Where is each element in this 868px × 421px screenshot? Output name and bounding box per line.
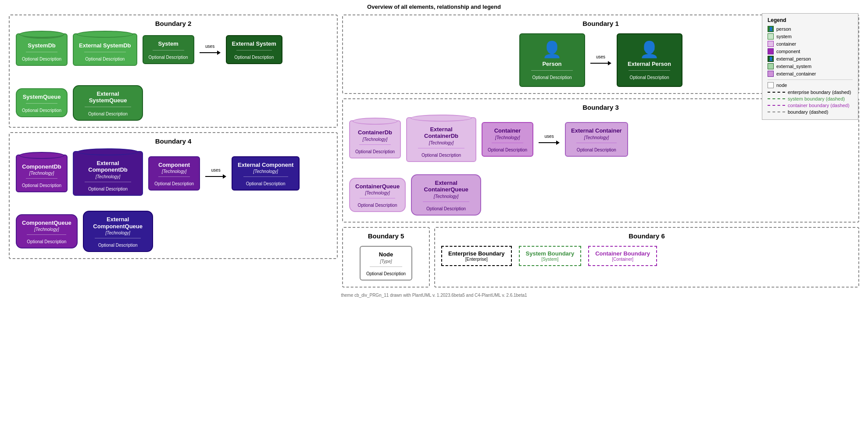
component-card: Component [Technology] Optional Descript… — [148, 156, 200, 191]
external-component-db-desc: Optional Description — [88, 187, 128, 191]
footer-text: theme cb_div_PRGn_11 drawn with PlantUML… — [0, 293, 868, 298]
legend-node: node — [768, 82, 853, 88]
component-tech: [Technology] — [162, 169, 186, 174]
legend-person: 👤 person — [768, 26, 853, 32]
container-boundary-label: Container Boundary [Container] — [588, 246, 657, 266]
boundary-2: Boundary 2 SystemDb Optional Description… — [9, 14, 338, 128]
external-component-db-title: External ComponentDb — [79, 160, 137, 173]
component-desc: Optional Description — [154, 181, 194, 186]
uses-arrow-1: uses — [200, 44, 221, 55]
legend-box: Legend 👤 person system container compone… — [762, 13, 858, 120]
external-container-card: External Container [Technology] Optional… — [565, 122, 628, 157]
node-type: [Type] — [380, 259, 392, 264]
boundary-5: Boundary 5 Node [Type] Optional Descript… — [342, 227, 430, 288]
enterprise-boundary-label: Enterprise Boundary [Enterprise] — [441, 246, 512, 266]
container-queue-title: ContainerQueue — [355, 183, 400, 190]
component-queue-card: ComponentQueue [Technology] Optional Des… — [16, 214, 78, 249]
external-system-queue-desc: Optional Description — [88, 112, 128, 116]
legend-ext-system-block — [768, 63, 774, 69]
legend-boundary-dashed: boundary (dashed) — [768, 109, 853, 115]
legend-system-block — [768, 33, 774, 40]
legend-ext-container: external_container — [768, 71, 853, 77]
legend-person-icon: 👤 — [768, 26, 774, 32]
container-card: Container [Technology] Optional Descript… — [482, 122, 533, 157]
component-db-card: ComponentDb [Technology] Optional Descri… — [16, 155, 68, 193]
boundary-2-title: Boundary 2 — [16, 20, 331, 27]
external-container-desc: Optional Description — [577, 148, 616, 152]
legend-system-dashed-line — [768, 98, 785, 99]
external-system-db-card: External SystemDb Optional Description — [73, 33, 137, 66]
boundary-5-title: Boundary 5 — [349, 232, 423, 240]
legend-container-block — [768, 41, 774, 47]
external-component-db-card: External ComponentDb [Technology] Option… — [73, 151, 143, 196]
external-container-db-desc: Optional Description — [421, 153, 461, 158]
external-component-tech: [Technology] — [253, 169, 278, 174]
component-queue-title: ComponentQueue — [22, 219, 71, 227]
external-container-queue-tech: [Technology] — [434, 194, 458, 199]
uses-arrow-b3: uses — [539, 134, 560, 145]
component-title: Component — [158, 162, 190, 169]
legend-ext-person-icon: 👤 — [768, 56, 774, 62]
external-component-db-tech: [Technology] — [96, 174, 120, 179]
legend-enterprise-dashed-line — [768, 92, 785, 93]
system-db-desc: Optional Description — [22, 57, 61, 61]
system-boundary-label: System Boundary [System] — [519, 246, 582, 266]
component-queue-tech: [Technology] — [34, 227, 59, 232]
component-queue-desc: Optional Description — [27, 239, 66, 244]
legend-ext-system: external_system — [768, 63, 853, 69]
legend-container-dashed: container boundary (dashed) — [768, 103, 853, 108]
external-container-db-tech: [Technology] — [429, 140, 454, 145]
node-title: Node — [379, 251, 393, 258]
external-component-queue-tech: [Technology] — [106, 230, 130, 235]
legend-system-dashed: system boundary (dashed) — [768, 96, 853, 101]
system-queue-title: SystemQueue — [23, 94, 61, 101]
node-card: Node [Type] Optional Description — [360, 246, 412, 281]
external-container-queue-card: External ContainerQueue [Technology] Opt… — [411, 174, 481, 216]
external-component-queue-title: External ComponentQueue — [89, 216, 147, 230]
container-desc: Optional Description — [488, 148, 527, 152]
container-queue-desc: Optional Description — [358, 203, 397, 208]
external-container-queue-desc: Optional Description — [426, 206, 466, 211]
external-person-icon: 👤 — [639, 40, 659, 59]
legend-component: component — [768, 48, 853, 54]
container-db-title: ContainerDb — [358, 129, 392, 136]
external-container-queue-title: External ContainerQueue — [417, 180, 475, 193]
uses-arrow-b1: uses — [590, 54, 611, 65]
external-container-title: External Container — [571, 127, 622, 134]
system-queue-card: SystemQueue Optional Description — [16, 88, 68, 117]
external-person-desc: Optional Description — [629, 75, 669, 80]
container-queue-tech: [Technology] — [365, 191, 389, 195]
external-component-card: External Component [Technology] Optional… — [232, 156, 300, 191]
external-component-queue-desc: Optional Description — [98, 243, 138, 248]
component-db-desc: Optional Description — [22, 183, 61, 188]
legend-component-block — [768, 48, 774, 54]
component-db-tech: [Technology] — [29, 171, 54, 176]
external-component-desc: Optional Description — [246, 181, 286, 186]
legend-title: Legend — [768, 17, 853, 23]
page-title: Overview of all elements, relationship a… — [0, 0, 868, 12]
container-queue-card: ContainerQueue [Technology] Optional Des… — [349, 178, 406, 212]
system-db-title: SystemDb — [28, 42, 56, 49]
external-system-title: External System — [232, 40, 276, 47]
external-system-db-title: External SystemDb — [79, 42, 131, 49]
container-title: Container — [494, 127, 521, 134]
person-title: Person — [542, 61, 561, 68]
boundary-6: Boundary 6 Enterprise Boundary [Enterpri… — [434, 227, 859, 288]
boundary-4-title: Boundary 4 — [16, 137, 331, 145]
legend-container: container — [768, 41, 853, 47]
external-system-desc: Optional Description — [234, 55, 274, 60]
person-card: 👤 Person Optional Description — [519, 33, 585, 87]
external-component-queue-card: External ComponentQueue [Technology] Opt… — [83, 211, 153, 252]
legend-node-block — [768, 82, 774, 88]
external-component-title: External Component — [238, 162, 293, 169]
external-person-card: 👤 External Person Optional Description — [617, 33, 682, 87]
legend-boundary-dashed-line — [768, 112, 785, 112]
uses-arrow-4: uses — [205, 168, 226, 179]
system-db-card: SystemDb Optional Description — [16, 33, 68, 66]
container-db-card: ContainerDb [Technology] Optional Descri… — [349, 120, 401, 158]
container-db-desc: Optional Description — [355, 149, 395, 154]
system-card: System Optional Description — [143, 35, 194, 64]
external-person-title: External Person — [628, 61, 671, 68]
boundary-4: Boundary 4 ComponentDb [Technology] Opti… — [9, 132, 338, 259]
node-desc: Optional Description — [366, 271, 406, 276]
